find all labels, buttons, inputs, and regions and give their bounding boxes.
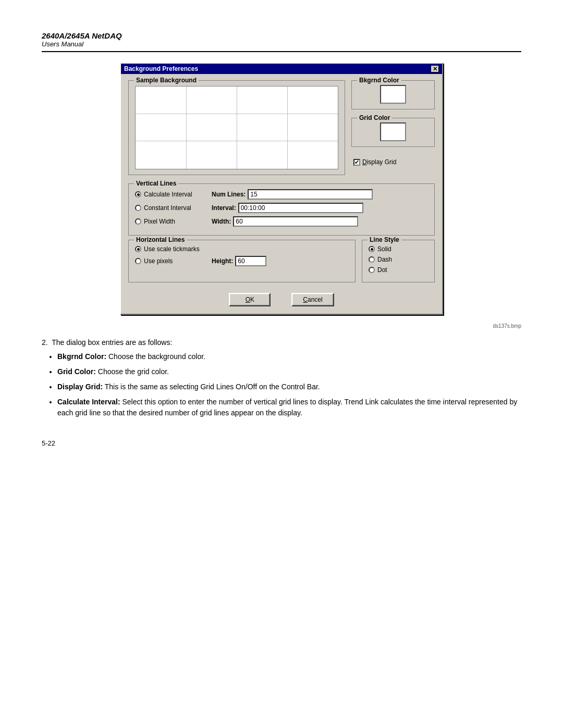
background-preferences-dialog: Background Preferences ✕ Sample Backgrou… [120,63,443,315]
cancel-label: Cancel [303,296,322,303]
sample-background-canvas [135,86,338,169]
grid-line-v2 [237,87,237,169]
use-scale-tickmarks-radio[interactable] [135,246,141,252]
use-pixels-row: Use pixels Height: [135,256,349,266]
grid-line-v1 [186,87,187,169]
dot-label: Dot [377,266,445,274]
body-text: 2. The dialog box entries are as follows… [42,337,521,418]
grid-line-h1 [136,114,338,114]
page-header: 2640A/2645A NetDAQ Users Manual [42,31,521,52]
calculate-interval-text: Select this option to enter the number o… [57,398,517,417]
calculate-interval-label: Calculate Interval [144,191,212,198]
dialog-title: Background Preferences [124,65,198,72]
grid-color-swatch[interactable] [380,122,406,141]
height-input[interactable] [235,256,266,266]
caption-ref: ds137s.bmp [42,323,521,329]
dash-label: Dash [377,256,445,263]
horizontal-lines-section: Horizontal Lines Use scale tickmarks Use… [128,240,356,282]
width-input[interactable] [233,216,358,227]
close-button[interactable]: ✕ [431,65,439,72]
pixel-width-label: Pixel Width [144,218,212,225]
dot-row: Dot [369,266,428,274]
use-scale-tickmarks-label: Use scale tickmarks [144,245,212,253]
cancel-button[interactable]: Cancel [291,293,334,306]
bkgrnd-color-section: Bkgrnd Color [351,80,435,109]
interval-label: Interval: [212,204,236,212]
list-item: Bkgrnd Color: Choose the background colo… [57,351,521,362]
bkgrnd-color-text: Choose the background color. [108,352,205,361]
list-item: Calculate Interval: Select this option t… [57,397,521,418]
list-item: Grid Color: Choose the grid color. [57,366,521,377]
use-pixels-label: Use pixels [144,257,212,265]
page-footer: 5-22 [42,439,521,447]
grid-color-section: Grid Color [351,118,435,147]
constant-interval-label: Constant Interval [144,204,212,212]
grid-line-v3 [287,87,288,169]
display-grid-checkbox[interactable]: ✔ [353,159,360,166]
constant-interval-radio[interactable] [135,205,141,211]
sample-background-section: Sample Background [128,80,345,175]
interval-input[interactable] [238,203,363,213]
bkgrnd-color-swatch[interactable] [380,85,406,104]
horizontal-lines-label: Horizontal Lines [134,236,187,243]
dash-radio[interactable] [369,256,375,263]
dialog-titlebar: Background Preferences ✕ [121,64,442,74]
dialog-wrapper: Background Preferences ✕ Sample Backgrou… [42,63,521,315]
grid-line-h2 [136,141,338,141]
pixel-width-row: Pixel Width Width: [135,216,428,227]
grid-color-text: Choose the grid color. [98,367,169,376]
buttons-row: OK Cancel [128,293,435,306]
dash-row: Dash [369,256,428,263]
numbered-item: 2. The dialog box entries are as follows… [42,337,521,418]
calculate-interval-radio[interactable] [135,191,141,198]
calculate-interval-bold: Calculate Interval: [57,398,120,406]
display-grid-text: This is the same as selecting Grid Lines… [105,382,320,391]
bkgrnd-color-bold: Bkgrnd Color: [57,352,106,361]
dot-radio[interactable] [369,267,375,273]
solid-row: Solid [369,245,428,253]
grid-color-bold: Grid Color: [57,367,96,376]
sample-background-label: Sample Background [134,77,199,84]
top-sections-row: Sample Background [128,80,435,179]
width-label: Width: [212,218,231,225]
solid-radio[interactable] [369,246,375,252]
use-scale-tickmarks-row: Use scale tickmarks [135,245,349,253]
use-pixels-radio[interactable] [135,258,141,264]
manual-subtitle: Users Manual [42,40,521,48]
manual-title: 2640A/2645A NetDAQ [42,31,521,40]
vertical-lines-label: Vertical Lines [134,180,178,187]
height-label: Height: [212,257,233,265]
right-column: Bkgrnd Color Grid Color ✔ Displ [351,80,435,179]
ok-label: OK [246,296,254,303]
dialog-body: Sample Background [121,74,442,314]
vertical-lines-section: Vertical Lines Calculate Interval Num Li… [128,183,435,236]
page-number: 5-22 [42,439,55,447]
bkgrnd-color-label: Bkgrnd Color [357,77,401,84]
solid-label: Solid [377,245,445,253]
line-style-label: Line Style [368,236,401,243]
display-grid-label: Display Grid [362,158,396,166]
constant-interval-row: Constant Interval Interval: [135,203,428,213]
list-item: Display Grid: This is the same as select… [57,381,521,392]
display-grid-bold: Display Grid: [57,382,103,391]
calculate-interval-row: Calculate Interval Num Lines: [135,189,428,200]
bullet-list: Bkgrnd Color: Choose the background colo… [57,351,521,418]
num-lines-input[interactable] [248,189,373,200]
num-lines-label: Num Lines: [212,191,246,198]
grid-color-label: Grid Color [357,114,392,121]
ok-button[interactable]: OK [229,293,271,306]
bottom-sections-row: Horizontal Lines Use scale tickmarks Use… [128,240,435,287]
display-grid-row: ✔ Display Grid [351,158,435,166]
numbered-intro: The dialog box entries are as follows: [52,338,172,347]
pixel-width-radio[interactable] [135,218,141,225]
line-style-section: Line Style Solid Dash Dot [362,240,435,282]
